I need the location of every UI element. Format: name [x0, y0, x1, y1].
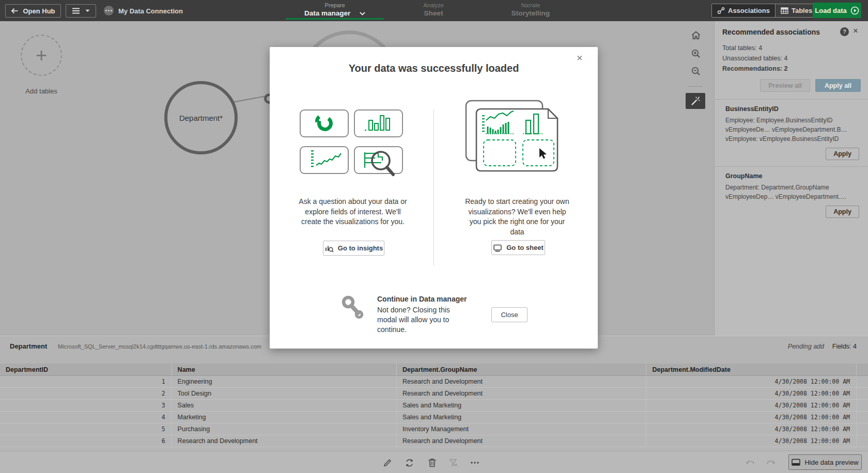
- dialog-divider: [433, 109, 434, 266]
- sheet-icon: [493, 244, 502, 252]
- data-loaded-dialog: × Your data was successfully loaded: [270, 47, 598, 349]
- go-to-sheet-label: Go to sheet: [506, 244, 544, 251]
- continue-title: Continue in Data manager: [377, 295, 467, 303]
- insights-charts-illustration: [300, 109, 409, 181]
- sheet-description: Ready to start creating your own visuali…: [462, 197, 572, 237]
- sheet-illustration: [462, 99, 565, 177]
- go-to-sheet-button[interactable]: Go to sheet: [491, 240, 545, 255]
- dialog-title: Your data was successfully loaded: [270, 62, 598, 74]
- close-dialog-button[interactable]: Close: [491, 307, 528, 322]
- go-to-insights-label: Go to insights: [338, 244, 383, 252]
- association-link-icon: [341, 295, 365, 321]
- continue-description: Not done? Closing this modal will allow …: [377, 305, 468, 335]
- insights-description: Ask a question about your data or explor…: [298, 197, 408, 227]
- go-to-insights-button[interactable]: Go to insights: [323, 241, 384, 256]
- insights-search-icon: [324, 244, 334, 253]
